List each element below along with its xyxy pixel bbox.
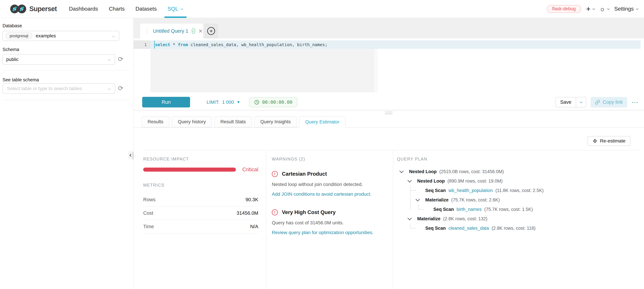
plan-table-link[interactable]: cleaned_sales_data bbox=[448, 226, 489, 231]
limit-label: LIMIT: bbox=[206, 99, 220, 105]
tab-results[interactable]: Results bbox=[142, 116, 169, 127]
sql-text: * bbox=[170, 42, 178, 47]
nav-datasets[interactable]: Datasets bbox=[136, 0, 157, 18]
metric-value: 31456.0M bbox=[236, 210, 258, 216]
copy-link-button[interactable]: Copy link bbox=[590, 97, 627, 107]
query-plan-heading: QUERY PLAN bbox=[397, 157, 639, 162]
warnings-column: WARNINGS (2) ! Cartesian Product Nested … bbox=[266, 150, 393, 289]
plus-circle-icon: + bbox=[207, 27, 215, 35]
results-tab-bar: Results Query history Result Stats Query… bbox=[142, 116, 346, 128]
add-query-tab-button[interactable]: + bbox=[204, 23, 218, 38]
database-select[interactable]: postgresql examples bbox=[2, 31, 119, 41]
resource-impact-column: RESOURCE IMPACT Critical METRICS Rows 90… bbox=[143, 150, 266, 289]
sql-keyword: from bbox=[178, 42, 188, 47]
query-estimator-panel: Re-estimate RESOURCE IMPACT Critical MET… bbox=[134, 127, 644, 289]
plan-detail: (75.7K rows, cost: 1.5K) bbox=[484, 207, 533, 212]
plan-detail: (11.8K rows, cost: 2.5K) bbox=[496, 188, 544, 193]
new-item-menu[interactable]: + bbox=[586, 5, 594, 13]
chevron-down-icon bbox=[636, 7, 638, 10]
superset-logo-icon bbox=[10, 4, 26, 14]
save-button[interactable]: Save bbox=[556, 97, 576, 107]
plan-table-link[interactable]: wb_health_population bbox=[448, 188, 493, 193]
query-plan-column: QUERY PLAN Nested Loop (2515.0B rows, co… bbox=[393, 150, 639, 289]
chevron-down-icon bbox=[607, 7, 610, 10]
reestimate-button[interactable]: Re-estimate bbox=[588, 136, 630, 146]
environment-badge: flask-debug bbox=[547, 5, 581, 13]
tab-query-insights[interactable]: Query Insights bbox=[254, 116, 297, 127]
caret-down-icon: ▼ bbox=[236, 100, 240, 104]
more-actions-icon[interactable]: ⋯ bbox=[632, 101, 638, 104]
tab-query-estimator[interactable]: Query Estimator bbox=[299, 116, 345, 128]
plan-node-seq-scan-birth-names: Seq Scan birth_names (75.7K rows, cost: … bbox=[397, 205, 639, 214]
drag-handle-icon[interactable]: ⋮ bbox=[144, 28, 150, 34]
chevron-down-icon[interactable] bbox=[416, 197, 420, 201]
query-tab-untitled-query-1[interactable]: ⋮ Untitled Query 1 ✓ × bbox=[140, 23, 203, 38]
save-options-button[interactable] bbox=[576, 97, 586, 107]
timer-value: 00:00:00.00 bbox=[262, 99, 292, 105]
reestimate-label: Re-estimate bbox=[600, 138, 626, 144]
table-select[interactable]: Select table or type to search tables bbox=[2, 83, 115, 94]
scrollbar-thumb[interactable] bbox=[132, 152, 134, 159]
nav-dashboards[interactable]: Dashboards bbox=[69, 0, 98, 18]
tree-branch-end-icon bbox=[418, 205, 434, 214]
tab-result-stats[interactable]: Result Stats bbox=[214, 116, 252, 127]
warnings-heading: WARNINGS (2) bbox=[272, 157, 386, 162]
active-nav-underline bbox=[164, 16, 186, 18]
estimator-columns: RESOURCE IMPACT Critical METRICS Rows 90… bbox=[143, 150, 639, 289]
plan-table-link[interactable]: birth_names bbox=[457, 207, 482, 212]
settings-menu[interactable]: Settings bbox=[614, 6, 638, 12]
warning-icon: ! bbox=[272, 171, 278, 177]
resource-impact-heading: RESOURCE IMPACT bbox=[143, 157, 258, 162]
warning-suggestion-link[interactable]: Review query plan for optimization oppor… bbox=[272, 230, 386, 235]
chevron-left-icon bbox=[130, 154, 132, 157]
schema-select[interactable]: public bbox=[2, 54, 115, 65]
database-label: Database bbox=[2, 23, 22, 28]
plan-op: Seq Scan bbox=[425, 188, 446, 193]
plan-detail: (2.8K rows, cost: 118) bbox=[492, 226, 536, 231]
superset-logo[interactable]: Superset bbox=[10, 4, 57, 14]
tab-query-history[interactable]: Query history bbox=[172, 116, 212, 127]
plan-detail: (2515.0B rows, cost: 31456.0M) bbox=[440, 169, 504, 174]
schema-label: Schema bbox=[2, 47, 19, 52]
chevron-down-icon bbox=[108, 87, 111, 90]
chevron-down-icon[interactable] bbox=[408, 178, 412, 182]
chevron-down-icon[interactable] bbox=[399, 169, 404, 173]
plan-op: Seq Scan bbox=[434, 207, 454, 212]
chevron-down-icon bbox=[108, 58, 111, 61]
impact-level: Critical bbox=[242, 167, 258, 173]
theme-menu[interactable]: ☼ bbox=[600, 6, 609, 12]
tree-branch-icon bbox=[410, 186, 425, 195]
table-schema-label: See table schema bbox=[2, 77, 39, 82]
plan-node-nested-loop: Nested Loop (890.9M rows, cost: 19.0M) bbox=[397, 176, 639, 186]
refresh-tables-icon[interactable]: ⟳ bbox=[118, 84, 123, 92]
warning-suggestion-link[interactable]: Add JOIN conditions to avoid cartesian p… bbox=[272, 192, 386, 197]
limit-value: 1 000 bbox=[222, 99, 234, 105]
chevron-down-icon bbox=[580, 101, 582, 103]
nav-sql[interactable]: SQL bbox=[168, 0, 182, 18]
line-number: 1 bbox=[134, 40, 150, 49]
chevron-down-icon[interactable] bbox=[408, 216, 412, 220]
sql-code-line[interactable]: select * from cleaned_sales_data, wb_hea… bbox=[150, 40, 641, 49]
editor-background[interactable] bbox=[150, 49, 374, 92]
metric-label: Rows bbox=[143, 197, 156, 202]
warning-description: Query has cost of 31456.0M units. bbox=[272, 220, 386, 226]
plan-op: Nested Loop bbox=[417, 179, 445, 184]
limit-dropdown[interactable]: LIMIT: 1 000 ▼ bbox=[206, 99, 240, 105]
close-tab-icon[interactable]: × bbox=[198, 28, 202, 34]
copy-link-label: Copy link bbox=[603, 99, 623, 105]
metric-value: 90.3K bbox=[246, 197, 258, 202]
schema-value: public bbox=[6, 57, 18, 62]
pane-resize-handle[interactable] bbox=[385, 112, 392, 115]
sql-editor[interactable]: 1 select * from cleaned_sales_data, wb_h… bbox=[134, 38, 644, 94]
tree-branch-end-icon bbox=[410, 224, 425, 233]
warning-description: Nested loop without join condition detec… bbox=[272, 182, 386, 187]
save-split-button: Save bbox=[556, 97, 586, 107]
pane-divider bbox=[134, 110, 644, 110]
top-navbar: Superset Dashboards Charts Datasets SQL … bbox=[0, 0, 644, 18]
refresh-schemas-icon[interactable]: ⟳ bbox=[118, 55, 123, 63]
nav-charts[interactable]: Charts bbox=[109, 0, 125, 18]
run-button[interactable]: Run bbox=[142, 97, 190, 107]
query-tab-title: Untitled Query 1 bbox=[153, 28, 188, 34]
warning-icon: ! bbox=[272, 209, 278, 215]
lightning-bolt-icon bbox=[592, 139, 597, 143]
